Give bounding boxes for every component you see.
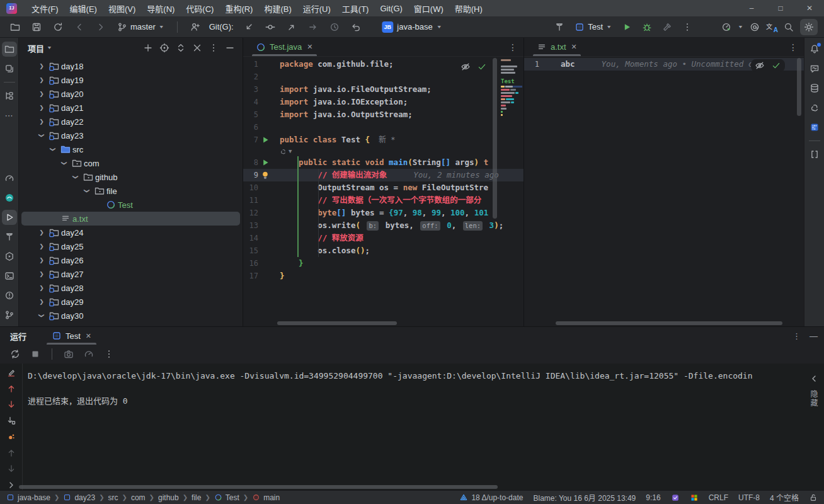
tree-item-day22[interactable]: ❯day22	[21, 115, 240, 129]
console-hscrollbar[interactable]	[19, 485, 498, 489]
maximize-button[interactable]: □	[766, 0, 795, 16]
ai-chat-icon[interactable]	[807, 61, 822, 76]
snapshot-camera-icon[interactable]	[60, 346, 77, 362]
tree-item-day19[interactable]: ❯day19	[21, 73, 240, 87]
tree-chevron-icon[interactable]: ❯	[37, 243, 47, 249]
tree-chevron-icon[interactable]: ❯	[37, 257, 47, 263]
console-output[interactable]: D:\develop\java\oracle\jdk-17\bin\java.e…	[23, 364, 824, 490]
status-item[interactable]	[690, 493, 699, 502]
forward-icon[interactable]	[92, 19, 110, 35]
menu-item[interactable]: 重构(R)	[219, 0, 258, 16]
down-disabled-icon[interactable]	[4, 464, 19, 474]
save-all-icon[interactable]	[28, 19, 45, 35]
update-project-icon[interactable]	[240, 19, 258, 35]
expand-chevron-icon[interactable]	[4, 480, 19, 491]
translate-icon[interactable]: 文A	[766, 22, 777, 32]
tree-item-day26[interactable]: ❯day26	[21, 253, 240, 267]
debug-button[interactable]	[638, 19, 656, 35]
brackets-tool-icon[interactable]	[807, 147, 822, 162]
tree-chevron-icon[interactable]: ❯	[37, 118, 47, 125]
breadcrumb-file[interactable]: file	[192, 493, 201, 502]
problems-tool-icon[interactable]	[2, 288, 17, 303]
more-options-icon[interactable]	[100, 346, 118, 362]
close-icon[interactable]: ✕	[307, 43, 312, 51]
tree-chevron-icon[interactable]: ❯	[38, 311, 45, 321]
menu-item[interactable]: Git(G)	[374, 0, 408, 16]
tree-item-a.txt[interactable]: a.txt	[21, 212, 240, 226]
open-folder-icon[interactable]	[6, 19, 24, 35]
git-menu-label[interactable]: Git(G):	[209, 22, 234, 32]
tree-item-day25[interactable]: ❯day25	[21, 239, 240, 253]
chevron-down-icon[interactable]: ▼	[47, 45, 52, 50]
breadcrumb-src[interactable]: src	[108, 493, 118, 502]
minimize-button[interactable]: –	[737, 0, 766, 16]
tree-item-file[interactable]: ❯file	[21, 184, 240, 198]
tree-item-src[interactable]: ❯src	[21, 142, 240, 156]
status-item-4[interactable]: 4 个空格	[770, 492, 799, 503]
build-icon[interactable]	[551, 19, 568, 35]
tree-chevron-icon[interactable]: ❯	[37, 63, 47, 69]
status-item-CRLF[interactable]: CRLF	[709, 493, 728, 502]
prev-trace-icon[interactable]	[4, 384, 19, 394]
commit-icon[interactable]	[261, 19, 279, 35]
tree-item-com[interactable]: ❯com	[21, 156, 240, 170]
tree-chevron-icon[interactable]: ❯	[37, 271, 47, 277]
panel-options-icon[interactable]	[206, 40, 221, 55]
run-line-icon[interactable]	[258, 158, 272, 168]
coverage-splat-icon[interactable]	[4, 432, 19, 442]
search-everywhere-icon[interactable]	[780, 19, 798, 35]
highlighting-off-icon[interactable]	[755, 60, 765, 71]
status-item-UTF8[interactable]: UTF-8	[738, 493, 760, 502]
tree-item-day18[interactable]: ❯day18	[21, 59, 240, 73]
editor-hscrollbar[interactable]	[556, 321, 782, 325]
collapsed-stripe-tab[interactable]: 隐藏	[808, 374, 819, 408]
plugin-grid-icon[interactable]	[807, 120, 822, 135]
hide-panel-icon[interactable]	[222, 40, 237, 55]
tab-a-txt[interactable]: a.txt ✕	[530, 38, 583, 56]
tab-options-icon[interactable]: ⋮	[508, 42, 517, 52]
history-icon[interactable]	[326, 19, 343, 35]
status-item[interactable]	[671, 493, 680, 502]
menu-item[interactable]: 构建(B)	[258, 0, 297, 16]
more-tools-icon[interactable]: ⋯	[2, 108, 17, 123]
project-widget[interactable]: JB java-base ▼	[382, 21, 442, 33]
chevron-down-icon[interactable]: ▼	[738, 25, 743, 30]
back-icon[interactable]	[71, 19, 88, 35]
tree-chevron-icon[interactable]: ❯	[37, 105, 47, 111]
breadcrumb-github[interactable]: github	[158, 493, 179, 502]
editor-scrollbar-thumb[interactable]	[493, 58, 497, 219]
tree-chevron-icon[interactable]: ❯	[72, 172, 79, 182]
more-actions-icon[interactable]	[678, 19, 696, 35]
git-branch-widget[interactable]: master ▼	[113, 22, 168, 32]
menu-item[interactable]: 运行(U)	[297, 0, 336, 16]
menu-item[interactable]: 文件(F)	[26, 0, 64, 16]
tab-test-java[interactable]: Test.java ✕	[249, 38, 319, 56]
tree-chevron-icon[interactable]: ❯	[37, 91, 47, 97]
scroll-to-end-icon[interactable]	[4, 367, 19, 378]
ai-inlay-icon[interactable]: ▼	[280, 145, 292, 158]
editor-right-body[interactable]: 1abcYou, Moments ago • Uncommitted ch	[524, 57, 804, 326]
run-panel-title[interactable]: 运行	[10, 330, 26, 342]
ai-assistant-icon[interactable]	[746, 19, 764, 35]
tree-chevron-icon[interactable]: ❯	[37, 299, 47, 305]
rollback-icon[interactable]	[347, 19, 365, 35]
settings-gear-icon[interactable]	[800, 19, 818, 35]
panel-options-icon[interactable]: ⋮	[793, 331, 801, 341]
breadcrumb-com[interactable]: com	[131, 493, 146, 502]
hammer-icon[interactable]	[658, 19, 676, 35]
menu-item[interactable]: 代码(C)	[180, 0, 219, 16]
tree-chevron-icon[interactable]: ❯	[37, 285, 47, 291]
status-item-916[interactable]: 9:16	[646, 493, 660, 502]
minimap[interactable]: Test	[501, 59, 522, 116]
plugin-teal-icon[interactable]	[2, 190, 17, 205]
tab-options-icon[interactable]: ⋮	[789, 42, 798, 52]
hide-panel-icon[interactable]: —	[810, 331, 818, 341]
menu-item[interactable]: 编辑(E)	[64, 0, 103, 16]
tree-chevron-icon[interactable]: ❯	[50, 144, 56, 154]
stop-icon[interactable]	[26, 346, 44, 362]
structure-tool-icon[interactable]	[2, 88, 17, 103]
tree-chevron-icon[interactable]: ❯	[37, 229, 47, 236]
inspection-widget[interactable]	[457, 60, 491, 73]
next-trace-icon[interactable]	[4, 399, 19, 410]
menu-item[interactable]: 工具(T)	[336, 0, 375, 16]
